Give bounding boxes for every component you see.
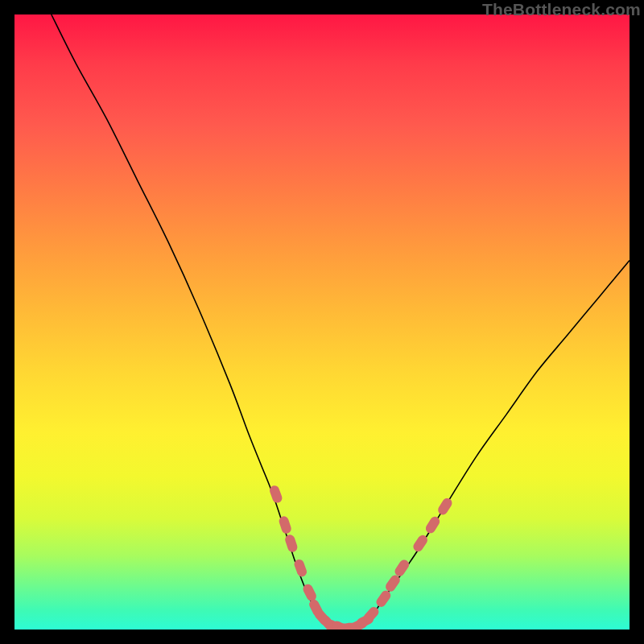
marker-lozenge: [278, 515, 292, 535]
svg-rect-17: [393, 558, 411, 578]
marker-lozenge: [393, 558, 411, 578]
marker-group: [268, 485, 453, 630]
svg-rect-19: [424, 515, 442, 535]
curve-line: [52, 14, 630, 630]
svg-rect-1: [278, 515, 292, 535]
marker-lozenge: [436, 497, 454, 517]
marker-lozenge: [424, 515, 442, 535]
watermark-text: TheBottleneck.com: [482, 0, 641, 19]
chart-svg: [14, 14, 630, 630]
marker-lozenge: [374, 588, 392, 609]
chart-frame: [14, 14, 630, 630]
svg-rect-2: [284, 534, 299, 554]
svg-rect-15: [374, 588, 392, 609]
marker-lozenge: [284, 534, 299, 554]
svg-rect-20: [436, 497, 454, 517]
